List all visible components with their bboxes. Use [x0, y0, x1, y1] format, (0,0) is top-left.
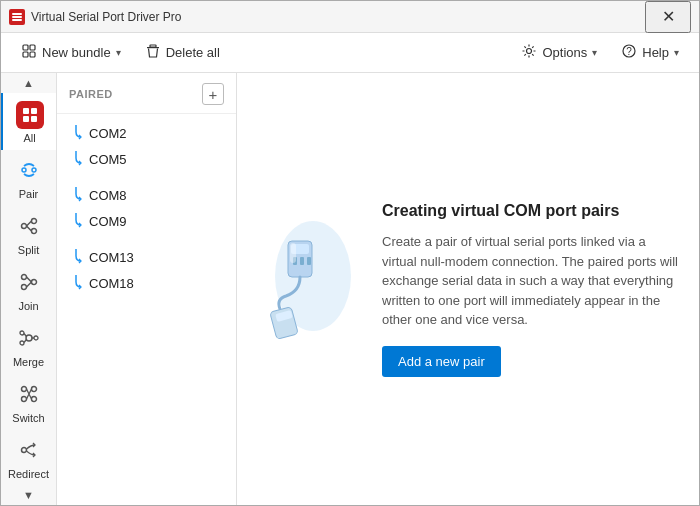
port-name-com5: COM5 [89, 152, 127, 167]
bundle-icon [21, 43, 37, 62]
pair-icon [17, 158, 41, 185]
join-icon [17, 270, 41, 297]
sidebar-item-redirect[interactable]: Redirect [1, 430, 56, 486]
split-icon [17, 214, 41, 241]
illustration [258, 201, 358, 341]
sidebar-item-merge-label: Merge [13, 356, 44, 368]
app-window: Virtual Serial Port Driver Pro ✕ New bun… [0, 0, 700, 506]
port-pair-1: COM2 COM5 [57, 118, 236, 174]
help-chevron: ▾ [674, 47, 679, 58]
text-section: Creating virtual COM port pairs Create a… [382, 201, 678, 376]
svg-rect-1 [12, 13, 22, 15]
delete-all-button[interactable]: Delete all [135, 38, 230, 67]
port-item-com2[interactable]: COM2 [57, 120, 236, 146]
svg-point-33 [21, 447, 26, 452]
svg-point-21 [31, 228, 36, 233]
svg-text:?: ? [626, 46, 632, 57]
svg-point-18 [32, 168, 36, 172]
main-area: ▲ All [1, 73, 699, 505]
add-port-button[interactable]: + [202, 83, 224, 105]
svg-rect-2 [12, 16, 22, 18]
window-title: Virtual Serial Port Driver Pro [31, 10, 182, 24]
port-item-com8[interactable]: COM8 [57, 182, 236, 208]
svg-rect-42 [290, 243, 296, 263]
sidebar-item-all[interactable]: All [1, 93, 56, 150]
sidebar-item-join-label: Join [18, 300, 38, 312]
help-icon: ? [621, 43, 637, 62]
new-bundle-chevron: ▾ [116, 47, 121, 58]
svg-rect-16 [31, 116, 37, 122]
svg-point-31 [21, 396, 26, 401]
port-name-com18: COM18 [89, 276, 134, 291]
ports-header-label: PAIRED [69, 88, 113, 100]
sidebar-item-split[interactable]: Split [1, 206, 56, 262]
svg-point-24 [21, 284, 26, 289]
svg-point-17 [22, 168, 26, 172]
sidebar-item-pair[interactable]: Pair [1, 150, 56, 206]
port-pair-2: COM8 COM9 [57, 180, 236, 236]
app-icon [9, 9, 25, 25]
sidebar-item-pair-label: Pair [19, 188, 39, 200]
port-name-com2: COM2 [89, 126, 127, 141]
svg-rect-4 [23, 45, 28, 50]
svg-rect-39 [307, 257, 311, 265]
svg-point-23 [21, 274, 26, 279]
svg-point-10 [527, 49, 532, 54]
sidebar-item-switch[interactable]: Switch [1, 374, 56, 430]
svg-rect-13 [23, 108, 29, 114]
sidebar-item-all-label: All [23, 132, 35, 144]
svg-rect-5 [30, 45, 35, 50]
add-new-pair-button[interactable]: Add a new pair [382, 346, 501, 377]
port-item-com18[interactable]: COM18 [57, 270, 236, 296]
connector-icon-com9 [69, 212, 83, 230]
sidebar-item-join[interactable]: Join [1, 262, 56, 318]
delete-icon [145, 43, 161, 62]
port-name-com9: COM9 [89, 214, 127, 229]
content-inner: Creating virtual COM port pairs Create a… [258, 201, 678, 376]
svg-rect-7 [30, 52, 35, 57]
sidebar-item-merge[interactable]: Merge [1, 318, 56, 374]
scroll-up-button[interactable]: ▲ [1, 73, 56, 93]
content-area: Creating virtual COM port pairs Create a… [237, 73, 699, 505]
port-pair-3: COM13 COM18 [57, 242, 236, 298]
ports-list: COM2 COM5 [57, 114, 236, 505]
svg-rect-9 [147, 47, 159, 48]
all-icon [16, 101, 44, 129]
toolbar-right: Options ▾ ? Help ▾ [511, 38, 689, 67]
connector-icon-com18 [69, 274, 83, 292]
svg-point-32 [31, 396, 36, 401]
title-bar-left: Virtual Serial Port Driver Pro [9, 9, 182, 25]
toolbar-left: New bundle ▾ Delete all [11, 38, 230, 67]
redirect-icon [17, 438, 41, 465]
options-label: Options [542, 45, 587, 60]
sidebar-item-redirect-label: Redirect [8, 468, 49, 480]
svg-point-28 [34, 336, 38, 340]
connector-icon-com5 [69, 150, 83, 168]
svg-point-25 [26, 335, 32, 341]
ports-panel: PAIRED + COM2 [57, 73, 237, 505]
scroll-down-button[interactable]: ▼ [1, 486, 56, 506]
close-button[interactable]: ✕ [645, 1, 691, 33]
port-name-com8: COM8 [89, 188, 127, 203]
ports-header: PAIRED + [57, 73, 236, 114]
new-bundle-button[interactable]: New bundle ▾ [11, 38, 131, 67]
port-item-com9[interactable]: COM9 [57, 208, 236, 234]
svg-rect-14 [31, 108, 37, 114]
switch-icon [17, 382, 41, 409]
merge-icon [17, 326, 41, 353]
port-item-com13[interactable]: COM13 [57, 244, 236, 270]
svg-rect-6 [23, 52, 28, 57]
svg-rect-38 [300, 257, 304, 265]
port-item-com5[interactable]: COM5 [57, 146, 236, 172]
svg-point-30 [31, 386, 36, 391]
svg-point-22 [31, 279, 36, 284]
port-name-com13: COM13 [89, 250, 134, 265]
options-chevron: ▾ [592, 47, 597, 58]
sidebar-item-split-label: Split [18, 244, 39, 256]
svg-rect-8 [150, 45, 156, 47]
content-title: Creating virtual COM port pairs [382, 201, 678, 222]
help-button[interactable]: ? Help ▾ [611, 38, 689, 67]
options-button[interactable]: Options ▾ [511, 38, 607, 67]
svg-point-19 [21, 223, 26, 228]
content-description: Create a pair of virtual serial ports li… [382, 232, 678, 330]
